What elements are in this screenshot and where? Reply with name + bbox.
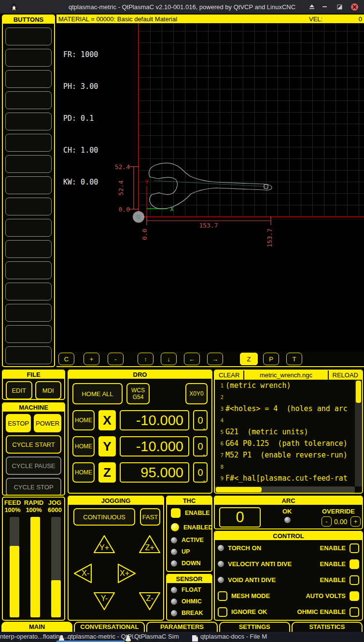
sensor-panel-title: SENSOR [167,575,211,583]
thc-active-label: ACTIVE [182,537,204,543]
home-z-button[interactable]: HOME [72,462,95,483]
dim-width-zero: 0.0 [141,229,148,240]
cycle-pause-button[interactable]: CYCLE PAUSE [6,457,61,475]
clear-plot-button[interactable]: C [58,353,74,365]
arc-panel-title: ARC [215,497,362,505]
cycle-start-button[interactable]: CYCLE START [6,435,61,454]
taskbar-item-qtplasmac-docs[interactable]: qtplasmac-docs - File M [200,632,267,642]
shade-window-button[interactable] [307,2,317,12]
user-button-8[interactable] [5,176,52,194]
cut-height-readout: CH: 1.00 [63,145,98,156]
zoom-out-button[interactable]: - [108,353,124,365]
ignore-ok-checkbox[interactable] [218,607,227,617]
tab-parameters[interactable]: PARAMETERS [146,622,217,632]
user-button-15[interactable] [5,325,52,343]
cycle-stop-button[interactable]: CYCLE STOP [6,478,61,496]
jog-z-plus-button[interactable]: Z+ [137,533,162,556]
gcode-line: 9F#<_hal[plasmac.cut-feed-rat [215,472,355,484]
taskbar-item-qtplasmac-sim[interactable]: QtPlasmaC Sim [134,632,179,642]
jog-x-minus-button[interactable]: X- [71,562,94,585]
tux-icon [125,633,132,642]
void-anti-dive-led [218,577,224,583]
ohmic-sensor-label: OHMIC [182,598,202,605]
chevron-down-icon: ⌄ [202,425,206,430]
view-t-button[interactable]: T [286,353,302,365]
user-button-3[interactable] [5,70,52,88]
pan-left-button[interactable]: ← [184,353,200,365]
user-button-1[interactable] [5,28,52,45]
zero-xy-button[interactable]: X0Y0 [185,383,208,404]
jog-z-minus-button[interactable]: Z- [137,590,162,612]
dim-height-zero: 0.0 [119,206,130,213]
tab-statistics[interactable]: STATISTICS [292,622,363,632]
maximize-window-button[interactable] [335,2,344,12]
torch-enable-checkbox[interactable] [350,543,359,553]
home-y-button[interactable]: HOME [72,436,95,457]
wcs-button[interactable]: WCS G54 [126,383,150,404]
pan-up-button[interactable]: ↑ [138,353,154,365]
chevron-down-icon: ⌄ [202,451,206,457]
pan-right-button[interactable]: → [207,353,223,365]
jog-rate-slider[interactable] [51,517,61,617]
ohmic-enable-checkbox[interactable] [350,607,359,617]
user-button-16[interactable] [5,346,52,364]
gcode-clear-button[interactable]: CLEAR [215,371,243,379]
gcode-preview[interactable]: 52.4 52.4 0.0 0.0 153.7 153.7 Y X [56,23,364,352]
user-button-2[interactable] [5,49,52,67]
view-p-button[interactable]: P [263,353,279,365]
estop-button[interactable]: ESTOP [6,414,31,432]
close-window-button[interactable] [350,2,359,12]
user-button-12[interactable] [5,261,52,279]
user-button-11[interactable] [5,240,52,258]
gcode-horizontal-scrollbar[interactable] [215,486,355,493]
pan-down-button[interactable]: ↓ [161,353,177,365]
arc-panel: ARC 0 OK OVERRIDE - 0.00 + [214,496,363,529]
arc-override-minus-button[interactable]: - [322,516,332,527]
jog-y-minus-button[interactable]: Y- [92,590,117,612]
tab-conversational[interactable]: CONVERSATIONAL [74,622,145,632]
minimize-window-button[interactable] [320,2,330,12]
void-anti-dive-enable-checkbox[interactable] [350,575,359,585]
jog-fast-button[interactable]: FAST [140,508,160,526]
jog-continuous-button[interactable]: CONTINUOUS [73,508,135,526]
material-bar[interactable]: MATERIAL = 00000: Basic default Material… [56,14,364,23]
gcode-filename: metric_wrench.ngc [243,371,328,380]
feed-override-slider[interactable] [10,517,19,617]
titlebar: qtplasmac-metric - QtPlasmaC v2.10-001.0… [0,0,364,14]
velocity-anti-dive-enable-checkbox[interactable] [350,559,359,569]
arc-override-plus-button[interactable]: + [350,516,361,527]
user-button-7[interactable] [5,155,52,173]
gcode-reload-button[interactable]: RELOAD [329,371,362,379]
user-button-5[interactable] [5,113,52,130]
view-z-button[interactable]: Z [240,353,258,365]
mdi-button[interactable]: MDI [35,381,62,399]
joint-x-select[interactable]: 0 ⌄ [193,410,208,430]
jog-x-plus-button[interactable]: X+ [115,562,139,585]
user-button-14[interactable] [5,304,52,322]
zoom-in-button[interactable]: + [84,353,99,365]
tab-main[interactable]: MAIN [1,622,72,632]
joint-y-select[interactable]: 0 ⌄ [193,436,208,457]
gcode-line: 1(metric wrench) [215,380,355,391]
rapid-override-slider[interactable] [30,517,40,617]
home-all-button[interactable]: HOME ALL [72,383,123,404]
user-button-9[interactable] [5,198,52,215]
power-button[interactable]: POWER [34,414,61,432]
gcode-vertical-scrollbar[interactable] [355,380,362,486]
chevron-down-icon: ⌄ [202,477,206,483]
user-button-6[interactable] [5,134,52,152]
gcode-listing[interactable]: 1(metric wrench) 2 3#<holes> = 4 (holes … [215,380,355,486]
user-button-10[interactable] [5,219,52,237]
mesh-mode-checkbox[interactable] [218,591,227,601]
user-button-4[interactable] [5,91,52,109]
jog-y-plus-button[interactable]: Y+ [92,533,117,556]
user-button-13[interactable] [5,283,52,300]
machine-panel-title: MACHINE [3,403,64,412]
edit-button[interactable]: EDIT [6,381,32,399]
auto-volts-checkbox[interactable] [350,591,359,601]
thc-enable-checkbox[interactable] [171,508,181,518]
home-x-button[interactable]: HOME [72,410,95,430]
joint-z-select[interactable]: 0 ⌄ [193,462,208,483]
tab-settings[interactable]: SETTINGS [219,622,290,632]
torch-on-label: TORCH ON [228,544,261,552]
